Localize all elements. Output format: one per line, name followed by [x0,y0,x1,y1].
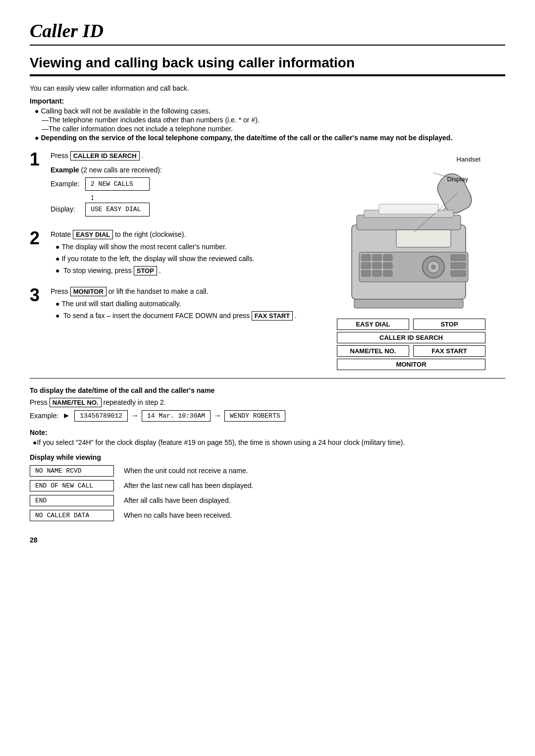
display-code-3: NO CALLER DATA [30,510,114,521]
chain-box-2: 14 Mar. 10:30AM [142,410,211,422]
example-label: Example [51,166,79,174]
step-number-2: 2 [30,229,44,247]
section-heading: Viewing and calling back using caller in… [30,54,505,76]
stop-label: STOP [413,319,485,330]
step1-action: Press [51,152,68,160]
svg-rect-8 [373,263,381,269]
caller-id-search-label: CALLER ID SEARCH [337,332,485,343]
display-box-2: USE EASY DIAL [85,203,150,216]
step-1: 1 Press CALLER ID SEARCH . Example (2 ne… [30,151,327,220]
display-row-3: NO CALLER DATA When no calls have been r… [30,510,505,521]
step3-bullet-1: The unit will start dialling automatical… [55,299,327,309]
display-table: NO NAME RCVD When the unit could not rec… [30,465,505,521]
svg-rect-10 [362,270,371,276]
stop-button: STOP [134,266,157,275]
svg-rect-12 [383,270,392,276]
svg-rect-4 [362,255,371,261]
step2-bullet-2: If you rotate to the left, the display w… [55,254,327,264]
bullet-list: Calling back will not be available in th… [30,107,505,142]
chain-box-3: WENDY ROBERTS [224,410,285,422]
step1-suffix: . [141,152,143,160]
fax-illustration-area: Handset Display [337,151,505,370]
step3-button: MONITOR [70,287,107,296]
step2-bullet-1: The display will show the most recent ca… [55,242,327,252]
monitor-label: MONITOR [337,359,485,370]
name-tel-instruction: Press NAME/TEL NO. repeatedly in step 2. [30,398,505,406]
note-title: Note: [30,429,505,436]
step2-button: EASY DIAL [73,230,113,239]
name-tel-section: To display the date/time of the call and… [30,386,505,422]
svg-rect-20 [379,204,438,214]
display-desc-2: After all calls have been displayed. [124,495,231,504]
svg-rect-18 [451,270,466,276]
display-label: Display [447,175,468,183]
page-number: 28 [30,536,505,544]
step2-bullet-3: To stop viewing, press STOP . [55,266,327,276]
indent-1: —The telephone number includes data othe… [42,116,505,124]
display-row-0: NO NAME RCVD When the unit could not rec… [30,465,505,477]
svg-rect-21 [354,299,463,308]
name-tel-no-label: NAME/TEL NO. [337,345,409,357]
display-desc-1: After the last new call has been display… [124,480,254,489]
svg-rect-16 [451,255,466,261]
svg-point-15 [431,265,436,270]
step3-action: Press [51,287,68,295]
easy-dial-label: EASY DIAL [337,319,409,330]
svg-rect-7 [362,263,371,269]
chain-start-arrow: ► [62,411,70,420]
note-text: ●If you select "24H" for the clock displ… [33,438,505,446]
display-box-1: 2 NEW CALLS [85,177,150,191]
page-title: Caller ID [30,20,505,46]
indent-2: —The caller information does not include… [42,125,505,133]
display-desc-3: When no calls have been received. [124,510,232,519]
display-word: Display: [51,204,85,215]
step-2: 2 Rotate EASY DIAL to the right (clockwi… [30,229,327,277]
arrow-down: ↕ [90,193,327,202]
chain-arrow-1: → [131,411,139,420]
display-code-2: END [30,495,114,506]
important-label: Important: [30,97,505,105]
svg-rect-17 [451,263,466,269]
svg-rect-5 [373,255,381,261]
example-chain: Example: ► 13456789012 → 14 Mar. 10:30AM… [30,410,505,422]
display-code-1: END OF NEW CALL [30,480,114,491]
name-tel-title: To display the date/time of the call and… [30,386,505,394]
name-tel-button: NAME/TEL NO. [50,398,102,407]
step2-action: Rotate [51,230,71,238]
bullet-2: Depending on the service of the local te… [35,134,505,142]
note-section: Note: ●If you select "24H" for the clock… [30,429,505,446]
step1-button: CALLER ID SEARCH [70,151,140,161]
svg-rect-2 [396,230,451,247]
fax-start-label: FAX START [413,345,485,357]
display-code-0: NO NAME RCVD [30,465,114,477]
step3-bullet-2: To send a fax – insert the document FACE… [55,311,327,321]
example-suffix: (2 new calls are received): [81,166,161,174]
display-row-2: END After all calls have been displayed. [30,495,505,506]
display-row-1: END OF NEW CALL After the last new call … [30,480,505,491]
example-word: Example: [51,179,85,189]
display-desc-0: When the unit could not receive a name. [124,465,248,475]
chain-box-1: 13456789012 [74,410,128,422]
step3-suffix: or lift the handset to make a call. [108,287,209,295]
svg-rect-9 [383,263,392,269]
step-3: 3 Press MONITOR or lift the handset to m… [30,286,327,323]
step-number-3: 3 [30,286,44,304]
chain-example-label: Example: [30,412,58,420]
chain-arrow-2: → [214,411,221,420]
intro-text: You can easily view caller information a… [30,84,505,92]
section-divider-1 [30,378,505,378]
step-1-content: Press CALLER ID SEARCH . Example (2 new … [51,151,327,220]
step-2-content: Rotate EASY DIAL to the right (clockwise… [51,229,327,277]
display-viewing-section: Display while viewing NO NAME RCVD When … [30,453,505,521]
fax-machine-svg [337,165,485,314]
handset-label: Handset [457,156,481,163]
fax-start-button: FAX START [252,311,293,321]
step-number-1: 1 [30,151,44,168]
display-viewing-title: Display while viewing [30,453,505,461]
svg-rect-6 [383,255,392,261]
step-3-content: Press MONITOR or lift the handset to mak… [51,286,327,323]
svg-rect-11 [373,270,381,276]
step2-suffix: to the right (clockwise). [115,230,186,238]
fax-button-labels: EASY DIAL STOP CALLER ID SEARCH NAME/TEL… [337,319,485,370]
bullet-1: Calling back will not be available in th… [35,107,505,115]
